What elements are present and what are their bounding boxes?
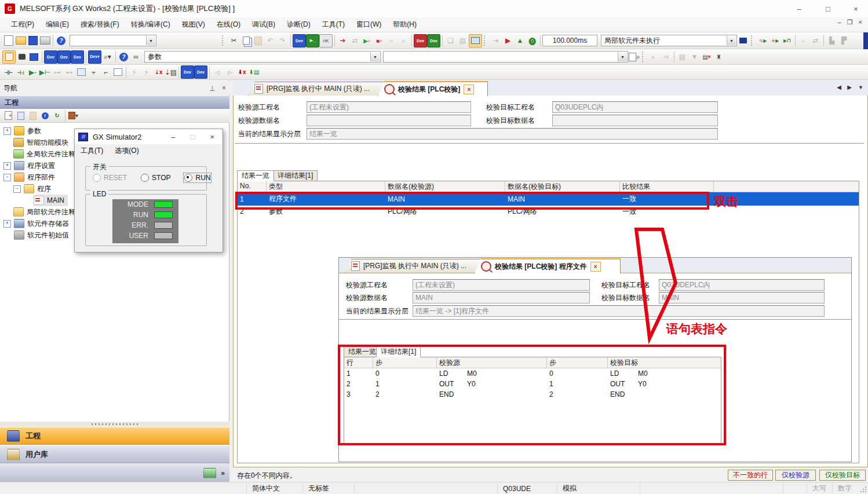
tree-item-pou[interactable]: - 程序部件	[3, 171, 55, 183]
tree-item-main[interactable]: MAIN	[34, 195, 68, 206]
device-memory-icon[interactable]: Dev	[57, 50, 71, 64]
device-monitor-icon[interactable]: Dev	[293, 34, 306, 47]
ladder-device-batch-icon[interactable]: Dev	[194, 65, 207, 79]
navigation-window-toggle-icon[interactable]	[2, 50, 16, 64]
ladder-close-branch-icon[interactable]: ▶⊢	[39, 66, 51, 78]
find-in-document-icon[interactable]: ⌕	[628, 51, 640, 63]
col-type[interactable]: 类型	[267, 181, 385, 192]
simulation-pause-icon[interactable]: ▲	[514, 35, 526, 47]
find-value-combobox[interactable]: ▼	[383, 51, 628, 63]
tree-item-global-comment[interactable]: 全局软元件注释	[13, 148, 75, 160]
ladder-edit-icon[interactable]	[112, 66, 124, 78]
simulator-menu-tools[interactable]: 工具(T)	[81, 146, 103, 156]
tree-item-device-initial[interactable]: 软元件初始值	[3, 229, 69, 241]
simulator-close-icon[interactable]: ×	[210, 133, 214, 141]
trace-read-icon[interactable]: ⌕	[797, 35, 809, 47]
menu-online[interactable]: 在线(O)	[211, 18, 246, 31]
paste-icon[interactable]	[252, 35, 264, 47]
paste-data-icon[interactable]	[27, 109, 39, 122]
open-project-icon[interactable]	[14, 35, 27, 47]
panel-splitter[interactable]	[0, 422, 229, 427]
mdi-restore-button[interactable]: ❐	[847, 19, 853, 26]
close-button[interactable]: ×	[846, 0, 866, 17]
simulator-menu-options[interactable]: 选项(O)	[115, 146, 138, 156]
result-tab-overview[interactable]: 结果一览	[237, 170, 274, 181]
trace-write-icon[interactable]: ⇄	[809, 35, 822, 47]
cross-reference-icon[interactable]: ♜	[713, 51, 725, 63]
function-block-icon[interactable]	[16, 51, 28, 63]
combo-arrow-icon[interactable]: ▼	[618, 52, 627, 61]
trace-setting-icon[interactable]: ∿▶	[757, 35, 769, 47]
pin-icon[interactable]: ⊤	[209, 84, 215, 92]
result-tab-detail[interactable]: 详细结果[1]	[273, 170, 318, 181]
minimize-button[interactable]: –	[789, 0, 809, 17]
property-icon[interactable]: i	[39, 109, 51, 122]
tab-prg-monitor[interactable]: [PRG]监视 执行中 MAIN (只读) ...	[248, 82, 389, 96]
device-execution-combobox[interactable]: 局部软元件未执行 ▼	[601, 35, 737, 46]
mdi-close-button[interactable]: ×	[859, 19, 862, 26]
resize-grip[interactable]	[860, 486, 867, 493]
read-from-plc-icon[interactable]: ⇄	[349, 35, 361, 47]
expand-icon[interactable]: +	[3, 220, 11, 228]
expand-icon[interactable]: -	[3, 174, 11, 181]
output-window-icon[interactable]	[28, 51, 40, 63]
ladder-coil-icon[interactable]: ⊶	[51, 66, 63, 78]
menu-project[interactable]: 工程(P)	[6, 18, 39, 31]
print-icon[interactable]	[39, 35, 51, 47]
simulation-stop-icon[interactable]: ⓿	[526, 35, 538, 47]
ladder-device-test-icon[interactable]: Dev	[181, 65, 194, 79]
redo-icon[interactable]: ↷	[276, 35, 289, 47]
ladder-col-delete-icon[interactable]: ⬇▤	[248, 66, 260, 78]
ladder-wrap-icon[interactable]: ⥤	[211, 66, 224, 78]
menu-edit[interactable]: 编辑(E)	[41, 18, 74, 31]
tree-item-device-memory[interactable]: + 软元件存储器	[3, 218, 69, 229]
radio-stop[interactable]: STOP	[141, 174, 170, 182]
inner-tab-prg-monitor[interactable]: [PRG]监视 执行中 MAIN (只读) ...	[345, 259, 486, 273]
save-project-icon[interactable]	[27, 35, 39, 47]
combo-arrow-icon[interactable]: ▼	[727, 36, 736, 45]
menu-window[interactable]: 窗口(W)	[351, 18, 386, 31]
outdent-icon[interactable]: ⫤	[660, 51, 672, 63]
sampling-trace-icon[interactable]	[737, 35, 749, 47]
menu-diagnostics[interactable]: 诊断(D)	[282, 18, 316, 31]
menu-view[interactable]: 视图(V)	[177, 18, 210, 31]
ladder-npulse-icon[interactable]: ⚡	[140, 66, 152, 78]
bookmark-list-icon[interactable]: ▤	[676, 51, 688, 63]
user-library-button[interactable]: 用户库	[0, 445, 229, 463]
device-read-icon[interactable]: Dev	[427, 34, 440, 47]
project-view-button[interactable]: 工程	[0, 427, 229, 445]
copy-data-icon[interactable]	[14, 109, 27, 122]
undo-icon[interactable]: ↶	[264, 35, 276, 47]
menu-convert[interactable]: 转换/编译(C)	[126, 18, 176, 31]
trace-start-icon[interactable]: ∔▶	[769, 35, 781, 47]
refresh-icon[interactable]: ↻	[51, 109, 63, 122]
bookmark-delete-icon[interactable]: ▤×	[701, 51, 713, 63]
simulation-monitor-icon[interactable]	[469, 34, 482, 47]
window-cascade-icon[interactable]: ❏	[444, 35, 457, 47]
copy-icon[interactable]	[240, 35, 252, 47]
write-to-plc-icon[interactable]: ➜	[337, 35, 349, 47]
new-project-icon[interactable]	[2, 35, 14, 47]
zoom-out-icon[interactable]: ⌕	[397, 35, 410, 47]
step-run-icon[interactable]: ⇥	[490, 35, 502, 47]
menu-help[interactable]: 帮助(H)	[388, 18, 422, 31]
source-only-button[interactable]: 仅校验源	[775, 470, 816, 481]
trace-stop-icon[interactable]: ▶⊓	[781, 35, 793, 47]
device-display-dropdown-icon[interactable]: Dev▾	[88, 50, 101, 64]
monitor-stop-icon[interactable]: ■⌕	[373, 35, 385, 47]
tab-list-icon[interactable]: ▼	[858, 85, 863, 90]
mdi-minimize-button[interactable]: –	[838, 19, 841, 26]
tab-scroll-right-icon[interactable]: ▶	[847, 84, 852, 90]
mismatch-rows-button[interactable]: 不一致的行	[728, 470, 773, 481]
watch-stop-icon[interactable]: ▛	[838, 35, 850, 47]
ladder-horizontal-line-icon[interactable]: ⫟	[87, 66, 100, 78]
monitor-start-icon[interactable]: ▶⌕	[361, 35, 373, 47]
find-target-combobox[interactable]: 参数 ▼	[144, 51, 381, 63]
window-tile-icon[interactable]: ▤	[457, 35, 469, 47]
ladder-open-contact-icon[interactable]: ⊣⊢	[2, 66, 14, 78]
quick-find-combobox[interactable]: ▼	[70, 35, 156, 46]
ladder-pulse-icon[interactable]: ⚡	[128, 66, 140, 78]
tab-close-icon[interactable]: ×	[590, 262, 601, 272]
combo-arrow-icon[interactable]: ▼	[370, 52, 380, 61]
col-src-name[interactable]: 数据名(校验源)	[385, 181, 505, 192]
